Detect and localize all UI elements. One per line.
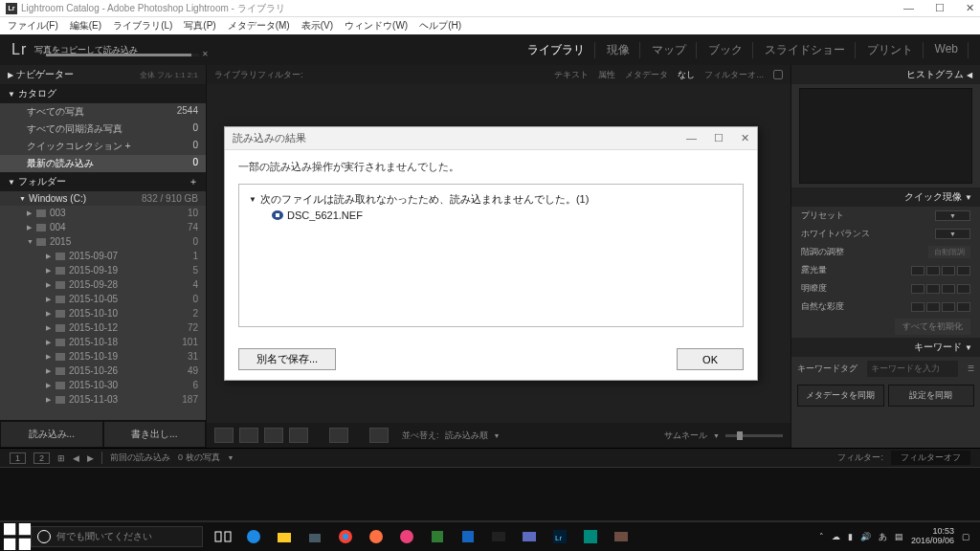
menu-library[interactable]: ライブラリ(L) <box>113 19 172 33</box>
folder-row[interactable]: ▶2015-10-18101 <box>0 335 206 349</box>
compare-view-icon[interactable] <box>264 428 283 443</box>
dialog-titlebar[interactable]: 読み込みの結果 — ☐ ✕ <box>225 127 757 150</box>
module-library[interactable]: ライブラリ <box>518 42 595 58</box>
edge-icon[interactable] <box>239 523 268 550</box>
thumbnail-slider[interactable] <box>725 434 783 437</box>
disclosure-icon[interactable]: ▼ <box>249 195 256 204</box>
store-icon[interactable] <box>301 523 329 550</box>
onedrive-icon[interactable]: ☁ <box>832 532 840 541</box>
module-web[interactable]: Web <box>925 42 969 58</box>
folder-row[interactable]: ▶2015-09-284 <box>0 277 206 292</box>
catalog-last-import[interactable]: 最新の読み込み0 <box>0 155 206 172</box>
catalog-synced[interactable]: すべての同期済み写真0 <box>0 121 206 138</box>
folder-row[interactable]: ▶2015-09-071 <box>0 249 206 263</box>
itunes-icon[interactable] <box>392 523 421 550</box>
screen1-button[interactable]: 1 <box>10 452 26 464</box>
filter-lock-icon[interactable] <box>773 70 783 79</box>
wb-row[interactable]: ホワイトバランス▼ <box>791 225 980 243</box>
menu-view[interactable]: 表示(V) <box>301 19 333 33</box>
filter-status-value[interactable]: フィルターオフ <box>891 451 970 465</box>
catalog-quick-collection[interactable]: クイックコレクション +0 <box>0 138 206 155</box>
source-label[interactable]: 前回の読み込み <box>101 452 170 464</box>
photo-app-icon[interactable] <box>515 523 544 550</box>
screen2-button[interactable]: 2 <box>33 452 50 464</box>
dialog-minimize-icon[interactable]: — <box>686 132 697 144</box>
add-folder-icon[interactable]: ＋ <box>189 175 198 188</box>
volume-icon[interactable]: 🔊 <box>860 532 871 541</box>
navigator-header[interactable]: ▶ ナビゲーター 全体 フル 1:1 2:1 <box>0 65 206 84</box>
keyword-menu-icon[interactable]: ☰ <box>968 364 974 373</box>
taskbar-search[interactable]: 何でも聞いてください <box>31 526 203 547</box>
grid-toggle-icon[interactable]: ⊞ <box>57 453 65 463</box>
menu-photo[interactable]: 写真(P) <box>184 19 215 33</box>
folders-header[interactable]: ▼ フォルダー ＋ <box>0 172 206 191</box>
survey-view-icon[interactable] <box>289 428 308 443</box>
histogram-header[interactable]: ヒストグラム ◀ <box>791 65 980 84</box>
dialog-maximize-icon[interactable]: ☐ <box>714 132 724 144</box>
start-button[interactable] <box>4 523 31 550</box>
filter-attribute[interactable]: 属性 <box>598 69 615 81</box>
module-map[interactable]: マップ <box>642 42 697 58</box>
module-slideshow[interactable]: スライドショー <box>755 42 856 58</box>
outlook-icon[interactable] <box>454 523 482 550</box>
battery-icon[interactable]: ▮ <box>848 532 853 541</box>
grid-view-icon[interactable] <box>214 428 234 443</box>
keyword-input[interactable]: キーワードを入力 <box>867 361 958 377</box>
keywords-header[interactable]: キーワード ▼ <box>791 338 980 357</box>
folder-row[interactable]: ▶2015-10-1931 <box>0 349 206 364</box>
folder-row[interactable]: ▶2015-10-2649 <box>0 364 206 378</box>
dialog-close-icon[interactable]: ✕ <box>741 132 749 144</box>
module-book[interactable]: ブック <box>699 42 753 58</box>
filmstrip[interactable] <box>0 467 980 520</box>
sync-metadata-button[interactable]: メタデータを同期 <box>797 385 884 407</box>
ime-icon[interactable]: あ <box>879 531 887 543</box>
sort-mode[interactable]: 読み込み順 <box>445 430 488 442</box>
notifications-icon[interactable]: ▢ <box>962 532 970 541</box>
misc-app2-icon[interactable] <box>607 523 635 550</box>
taskbar-clock[interactable]: 10:53 2016/09/06 <box>911 527 954 546</box>
cancel-import-icon[interactable]: ✕ <box>202 50 209 58</box>
folder-row[interactable]: ▶2015-10-102 <box>0 306 206 320</box>
filter-metadata[interactable]: メタデータ <box>625 69 668 81</box>
error-file-row[interactable]: DSC_5621.NEF <box>249 207 733 221</box>
preset-row[interactable]: プリセット▼ <box>791 207 980 225</box>
menu-help[interactable]: ヘルプ(H) <box>419 19 461 33</box>
tone-row[interactable]: 階調の調整自動階調 <box>791 243 980 261</box>
firefox-icon[interactable] <box>362 523 390 550</box>
module-print[interactable]: プリント <box>858 42 924 58</box>
explorer-icon[interactable] <box>270 523 299 550</box>
menu-window[interactable]: ウィンドウ(W) <box>345 19 408 33</box>
minimize-button[interactable]: — <box>903 2 914 14</box>
lightroom-task-icon[interactable]: Lr <box>546 523 574 550</box>
close-button[interactable]: ✕ <box>966 2 974 14</box>
nav-fwd-icon[interactable]: ▶ <box>87 453 94 463</box>
misc-app-icon[interactable] <box>576 523 605 550</box>
module-develop[interactable]: 現像 <box>597 42 640 58</box>
folder-row[interactable]: ▶2015-11-03187 <box>0 392 206 407</box>
drive-row[interactable]: ▼Windows (C:)832 / 910 GB <box>0 191 206 206</box>
export-button[interactable]: 書き出し... <box>103 421 207 448</box>
folder-row[interactable]: ▶2015-10-1272 <box>0 320 206 335</box>
folder-row[interactable]: ▶2015-10-306 <box>0 378 206 392</box>
folder-row[interactable]: ▶2015-09-195 <box>0 263 206 277</box>
menu-edit[interactable]: 編集(E) <box>70 19 101 33</box>
folder-row[interactable]: ▶00310 <box>0 206 206 220</box>
filter-none[interactable]: なし <box>678 69 695 81</box>
reset-row[interactable]: すべてを初期化 <box>791 316 980 338</box>
sort-direction-icon[interactable] <box>369 428 389 443</box>
folder-row[interactable]: ▼20150 <box>0 234 206 249</box>
import-button[interactable]: 読み込み... <box>0 421 103 448</box>
folder-row[interactable]: ▶00474 <box>0 220 206 234</box>
filter-text[interactable]: テキスト <box>554 69 589 81</box>
menu-file[interactable]: ファイル(F) <box>8 19 58 33</box>
excel-icon[interactable] <box>423 523 452 550</box>
painter-icon[interactable] <box>329 428 348 443</box>
sync-settings-button[interactable]: 設定を同期 <box>888 385 975 407</box>
folder-row[interactable]: ▶2015-10-050 <box>0 292 206 306</box>
nav-back-icon[interactable]: ◀ <box>73 453 79 463</box>
chrome-icon[interactable] <box>331 523 360 550</box>
task-view-icon[interactable] <box>209 523 237 550</box>
save-as-button[interactable]: 別名で保存... <box>238 348 336 370</box>
filter-preset[interactable]: フィルターオ... <box>704 69 764 81</box>
quickdev-header[interactable]: クイック現像 ▼ <box>791 187 980 207</box>
